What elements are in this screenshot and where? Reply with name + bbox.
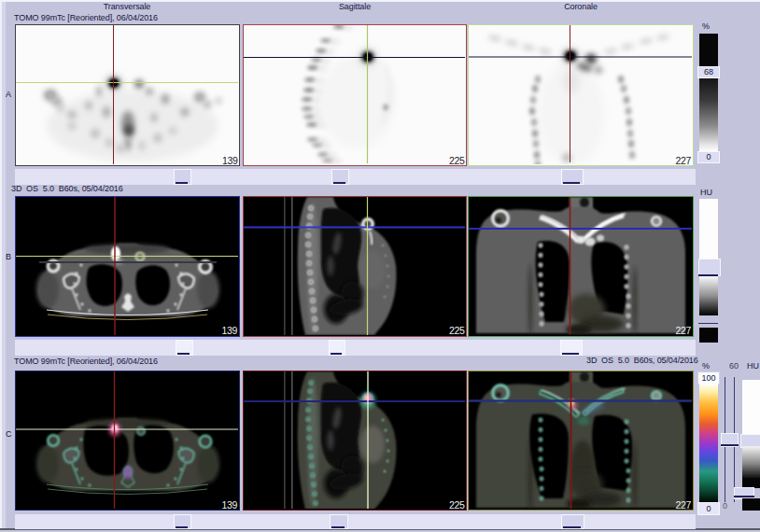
svg-text:139: 139 — [221, 499, 237, 510]
svg-text:225: 225 — [448, 499, 464, 510]
svg-text:227: 227 — [675, 325, 691, 335]
svg-text:139: 139 — [221, 325, 237, 335]
svg-text:227: 227 — [675, 155, 691, 165]
svg-text:225: 225 — [448, 155, 464, 165]
svg-text:227: 227 — [675, 499, 691, 510]
svg-text:225: 225 — [448, 325, 464, 335]
svg-text:139: 139 — [222, 155, 238, 165]
